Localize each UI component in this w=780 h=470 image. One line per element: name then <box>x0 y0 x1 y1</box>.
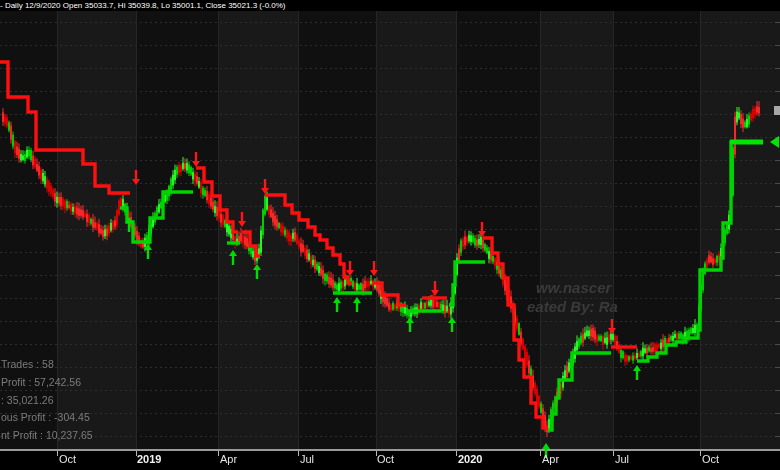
x-axis-label: Jul <box>615 453 629 465</box>
price-chart-canvas[interactable] <box>0 0 780 470</box>
stats-line: Trades : 58 <box>1 358 54 370</box>
x-axis-label: Oct <box>59 453 76 465</box>
stats-line: ous Profit : -304.45 <box>1 411 90 423</box>
x-axis-label: Jul <box>300 453 314 465</box>
chart-title-ohlc: - Daily 12/9/2020 Open 35033.7, Hi 35039… <box>0 0 780 11</box>
stats-line: : 35,021.26 <box>1 394 54 406</box>
x-axis-label: Apr <box>220 453 237 465</box>
x-axis-label: Apr <box>542 453 559 465</box>
stats-line: nt Profit : 10,237.65 <box>1 429 93 441</box>
stats-line: Profit : 57,242.56 <box>1 376 81 388</box>
trading-chart-window: ww.nascer eated By: Ra - Daily 12/9/2020… <box>0 0 780 470</box>
x-axis-label: Oct <box>377 453 394 465</box>
x-axis-label: 2020 <box>458 453 482 465</box>
x-axis-label: Oct <box>702 453 719 465</box>
x-axis-label: 2019 <box>137 453 161 465</box>
